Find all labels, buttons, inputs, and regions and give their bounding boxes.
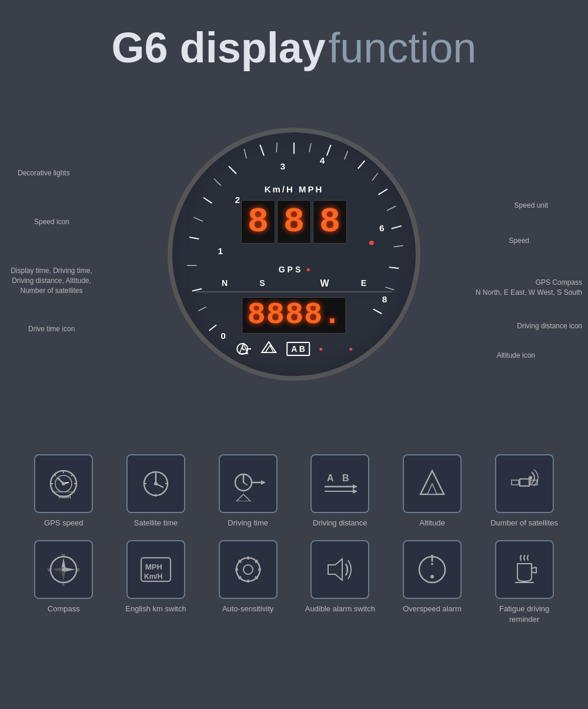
features-grid: KM/H GPS speed Satellite time [0,437,588,643]
svg-line-14 [373,309,382,314]
svg-text:Km/H: Km/H [144,572,162,581]
compass-w: W [320,278,329,289]
bottom-red-dot-2 [349,348,352,351]
fatigue-driving-label: Fatigue driving reminder [484,604,564,625]
svg-line-25 [393,246,403,247]
feature-overspeed-alarm: ! Overspeed alarm [392,540,473,625]
svg-text:B: B [342,473,349,483]
feature-altitude: Altitude [392,454,473,528]
gauge-bottom-icons: A B [236,341,352,357]
label-speed-unit: Speed unit [514,201,548,209]
gps-label-row: GPS [279,265,310,274]
svg-line-22 [345,151,348,159]
dumber-satellites-label: Dumber of satellites [490,518,558,528]
label-altitude-icon: Altitude icon [497,351,535,360]
svg-line-15 [260,145,264,155]
altitude-svg [415,466,450,501]
compass-icon-box: N S E W [34,540,93,599]
fatigue-driving-svg [507,552,542,587]
svg-text:8: 8 [382,294,387,304]
label-speed-icon: Speed icon [34,218,69,226]
speed-digits-display: 8 8 8 [241,200,347,244]
svg-line-27 [276,142,277,152]
gauge-section: Decorative lights Speed icon Display tim… [0,84,588,425]
feature-fatigue-driving: Fatigue driving reminder [484,540,564,625]
svg-line-28 [244,149,246,158]
compass-s: S [259,278,265,289]
svg-text:W: W [48,568,52,572]
driving-time-icon-box [219,454,278,513]
svg-text:KM/H: KM/H [59,494,71,500]
gps-red-dot [306,268,309,271]
driving-distance-svg: A B [322,466,358,501]
svg-point-105 [430,575,434,578]
driving-time-label: Driving time [228,518,268,528]
gauge-outer: 3 4 2 6 1 8 0 10 [168,128,420,381]
english-km-icon-box: MPH Km/H [126,540,185,599]
label-speed: Speed [509,237,529,245]
svg-line-12 [392,226,402,229]
svg-text:6: 6 [379,223,385,233]
title-section: G6 display function [0,0,588,84]
feature-driving-time: Driving time [208,454,288,528]
svg-point-56 [154,482,158,485]
svg-marker-70 [353,484,358,489]
dumber-satellites-svg [507,466,542,501]
label-decorative-lights: Decorative lights [18,169,70,177]
svg-text:N: N [62,553,65,557]
svg-text:3: 3 [280,161,285,171]
gauge-svg: 3 4 2 6 1 8 0 10 [172,132,416,376]
overspeed-alarm-svg: ! [415,552,450,587]
auto-sensitivity-label: Auto-sensitivity [222,604,273,614]
svg-line-9 [327,145,331,155]
dumber-satellites-icon-box [495,454,554,513]
svg-marker-74 [427,484,437,494]
compass-row: N S W E [206,278,382,289]
label-driving-dist: Driving distance icon [517,322,582,330]
svg-marker-66 [236,494,250,501]
svg-rect-75 [520,479,529,486]
satellite-time-label: Satellite time [134,518,178,528]
driving-time-svg [230,466,266,501]
gps-label: GPS [279,265,303,274]
altitude-icon-svg [260,341,277,354]
svg-line-26 [385,287,394,290]
compass-label: Compass [48,604,80,614]
driving-distance-icon-box: A B [310,454,369,513]
title-bold: G6 display [112,24,326,71]
feature-dumber-satellites: Dumber of satellites [484,454,564,528]
feature-driving-distance: A B Driving distance [300,454,380,528]
feature-english-km: MPH Km/H English km switch [116,540,196,625]
compass-n: N [222,278,228,289]
compass-svg: N S E W [46,552,81,587]
svg-point-51 [62,482,65,485]
svg-line-108 [532,572,536,573]
svg-marker-102 [328,559,342,580]
svg-rect-76 [512,480,519,485]
ab-icon: A B [286,342,310,356]
svg-line-23 [372,173,378,181]
svg-line-32 [198,307,206,311]
svg-line-20 [209,325,217,331]
svg-point-33 [369,241,374,245]
svg-text:10: 10 [370,348,380,358]
feature-compass: N S E W Compass [24,540,104,625]
title-light: function [328,24,476,71]
gps-speed-label: GPS speed [44,518,83,528]
gauge-container: 3 4 2 6 1 8 0 10 [168,128,420,381]
svg-line-30 [194,217,203,221]
feature-audible-alarm: Audible alarm switch [300,540,380,625]
label-drive-time-icon: Drive time icon [28,325,75,333]
english-km-label: English km switch [125,604,186,614]
english-km-svg: MPH Km/H [138,552,173,587]
svg-line-47 [71,474,73,476]
svg-text:2: 2 [235,195,240,205]
gauge-divider [196,291,392,292]
svg-marker-65 [261,480,266,485]
svg-line-17 [203,198,212,204]
svg-line-29 [214,179,221,186]
label-display-time: Display time, Driving time,Driving dista… [6,266,97,295]
auto-sensitivity-icon-box [219,540,278,599]
svg-line-21 [309,143,311,152]
speed-unit-display: Km/H MPH [265,184,324,194]
